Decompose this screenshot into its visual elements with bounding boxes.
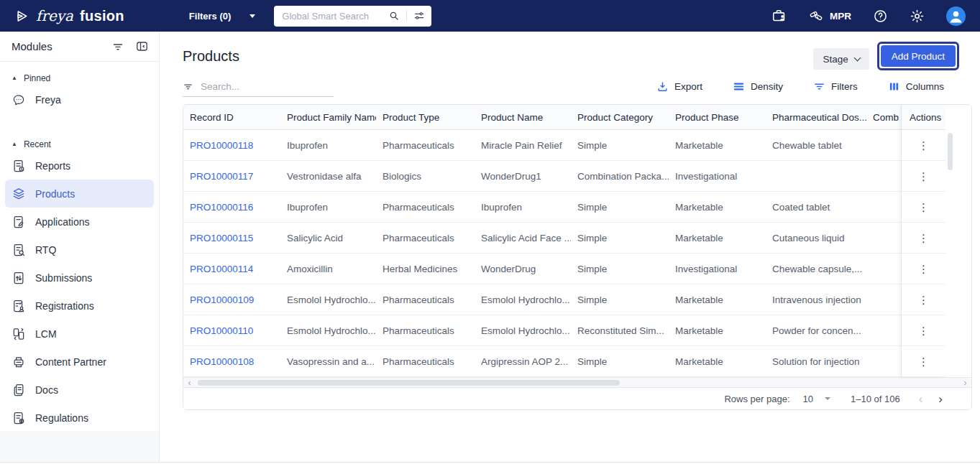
sidebar-item-submissions[interactable]: Submissions [5,264,154,292]
table-row[interactable]: PRO10000115 Salicylic Acid Pharmaceutica… [183,223,901,254]
freya-chat-icon [12,93,26,107]
table-row[interactable]: PRO10000114 Amoxicillin Herbal Medicines… [183,254,901,284]
record-id-link[interactable]: PRO10000115 [190,233,253,243]
kebab-menu-icon[interactable]: ⋮ [918,171,929,182]
collapse-panel-icon[interactable] [135,40,149,53]
scroll-left-icon[interactable]: ‹ [186,379,193,387]
global-smart-search[interactable] [274,6,431,27]
record-id-link[interactable]: PRO10000110 [190,325,253,336]
column-header-record-id[interactable]: Record ID [183,112,280,123]
column-header-actions: Actions [902,105,945,130]
cell-product-type: Pharmaceuticals [376,294,475,305]
column-header-product-type[interactable]: Product Type [376,112,475,123]
table-row[interactable]: PRO10000118 Ibuprofen Pharmaceuticals Mi… [183,130,901,161]
kebab-menu-icon[interactable]: ⋮ [918,202,929,213]
workspace-briefcase-icon[interactable] [771,8,787,24]
horizontal-scrollbar[interactable]: ‹ › [183,377,971,387]
sidebar-item-docs[interactable]: Docs [5,376,154,404]
column-header-product-name[interactable]: Product Name [475,112,571,123]
vertical-scrollbar[interactable] [945,105,971,377]
mpr-label: MPR [830,11,851,22]
sidebar-item-label: Products [35,188,75,200]
search-divider [406,10,407,22]
record-id-link[interactable]: PRO10000108 [190,356,254,367]
vertical-scrollbar-thumb[interactable] [948,133,953,170]
rows-per-page-label: Rows per page: [724,394,789,404]
table-row[interactable]: PRO10000110 Esmolol Hydrochlo... Pharmac… [183,315,901,346]
record-id-link[interactable]: PRO10000109 [190,294,254,305]
sidebar-item-products[interactable]: Products [5,180,154,208]
columns-button[interactable]: Columns [888,80,944,93]
kebab-menu-icon[interactable]: ⋮ [918,233,929,243]
table-row[interactable]: PRO10000108 Vasopressin and a... Pharmac… [183,346,901,377]
record-id-link[interactable]: PRO10000117 [190,171,253,182]
help-icon[interactable] [873,9,888,24]
table-row[interactable]: PRO10000116 Ibuprofen Pharmaceuticals Ib… [183,192,901,223]
cell-pharmaceutical-dosage: Chewable capsule,... [766,264,866,274]
module-filter-icon[interactable] [111,40,124,53]
add-product-button[interactable]: Add Product [881,45,956,67]
column-header-product-category[interactable]: Product Category [571,112,669,123]
sidebar-item-registrations[interactable]: Registrations [5,292,154,320]
cell-product-category: Simple [571,264,669,274]
rows-per-page-select[interactable]: 10 [803,394,830,404]
sidebar-item-applications[interactable]: Applications [5,208,154,236]
kebab-menu-icon[interactable]: ⋮ [918,356,929,367]
section-header-recent[interactable]: ▲Recent [0,137,159,152]
previous-page-button[interactable]: ‹ [919,393,923,405]
kebab-menu-icon[interactable]: ⋮ [918,325,929,336]
sidebar-item-lcm[interactable]: LCM [5,320,154,348]
next-page-button[interactable]: › [938,393,943,405]
filters-button[interactable]: Filters [813,80,858,93]
cell-product-name: Esmolol Hydrochlo... [475,294,571,305]
record-id-link[interactable]: PRO10000116 [190,202,253,213]
user-avatar[interactable] [946,6,966,26]
table-row[interactable]: PRO10000109 Esmolol Hydrochlo... Pharmac… [183,284,901,315]
brand-bold-text: fusion [80,8,124,24]
main-content: Products Stage Add Product Export [160,32,980,462]
tune-sliders-icon[interactable] [413,10,425,22]
row-actions-cell: ⋮ [902,315,945,346]
add-product-highlight-box: Add Product [877,42,959,70]
sidebar-item-reports[interactable]: Reports [5,152,154,180]
column-header-combined[interactable]: Combin [866,112,899,123]
brand-logo[interactable]: freya fusion [14,7,124,24]
kebab-menu-icon[interactable]: ⋮ [918,140,929,151]
stage-dropdown-button[interactable]: Stage [813,48,869,70]
scroll-right-icon[interactable]: › [961,379,969,387]
rows-per-page-value: 10 [803,394,813,404]
global-search-input[interactable] [282,11,382,22]
export-button[interactable]: Export [656,80,702,93]
section-header-pinned[interactable]: ▲Pinned [0,71,159,85]
global-filters-button[interactable]: Filters (0) [189,11,256,22]
cell-product-family-name: Vasopressin and a... [280,356,376,367]
sidebar-item-content-partner[interactable]: Content Partner [5,348,154,376]
column-header-product-family-name[interactable]: Product Family Name [280,112,376,123]
sidebar-item-rtq[interactable]: RTQ [5,236,154,264]
column-header-pharmaceutical-dosage[interactable]: Pharmaceutical Dos... [766,112,866,123]
mpr-button[interactable]: MPR [809,9,851,23]
row-actions-cell: ⋮ [902,284,945,315]
table-row[interactable]: PRO10000117 Vestronidase alfa Biologics … [183,161,901,192]
table-search-input[interactable] [201,81,334,92]
column-header-product-phase[interactable]: Product Phase [669,112,766,123]
horizontal-scrollbar-thumb[interactable] [198,380,620,386]
submissions-icon [12,271,26,285]
sidebar-item-regulations[interactable]: Regulations [5,404,154,432]
density-button[interactable]: Density [733,80,783,93]
columns-label: Columns [906,81,944,92]
row-actions-cell: ⋮ [902,346,945,377]
sidebar-item-freya[interactable]: Freya [5,85,154,113]
sidebar-title: Modules [12,40,101,52]
record-id-link[interactable]: PRO10000114 [190,264,253,274]
search-icon[interactable] [388,10,400,22]
table-search-field[interactable] [183,75,334,97]
table-scroll-viewport: Record ID Product Family Name Product Ty… [183,105,901,377]
sidebar-item-label: Applications [35,216,90,228]
record-id-link[interactable]: PRO10000118 [190,140,253,151]
cell-product-family-name: Esmolol Hydrochlo... [280,294,376,305]
kebab-menu-icon[interactable]: ⋮ [918,294,929,305]
horizontal-scrollbar-track[interactable] [193,380,961,386]
kebab-menu-icon[interactable]: ⋮ [918,264,929,274]
settings-gear-icon[interactable] [910,9,925,24]
